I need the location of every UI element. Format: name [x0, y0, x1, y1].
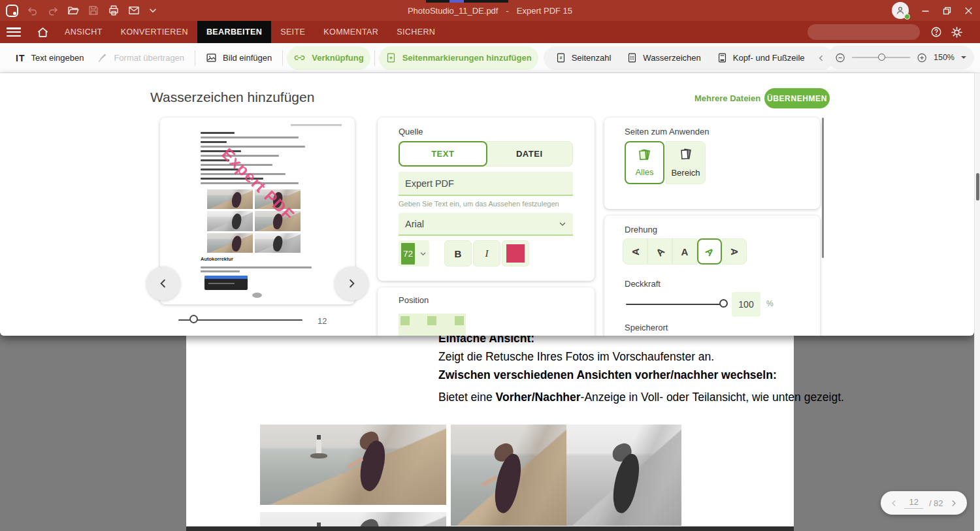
preview-screenshot-block	[204, 276, 248, 290]
minimize-button[interactable]	[921, 6, 930, 16]
vertical-scrollbar[interactable]	[974, 73, 980, 531]
rotate-minus90-button[interactable]: A	[623, 238, 647, 265]
undo-icon[interactable]	[27, 5, 39, 16]
menu-konvertieren[interactable]: KONVERTIEREN	[112, 21, 197, 43]
doc-heading: Zwischen verschiedenen Ansichten vorher/…	[438, 368, 777, 382]
preview-prev-button[interactable]	[146, 266, 180, 300]
verknuepfung-button[interactable]: Verknüpfung	[287, 46, 370, 70]
help-icon[interactable]	[930, 26, 942, 38]
search-input[interactable]	[808, 27, 919, 37]
titlebar: PhotoStudio_11_DE.pdf - Expert PDF 15	[0, 0, 980, 21]
chevron-down-icon	[559, 220, 566, 228]
prev-page-icon[interactable]	[890, 499, 898, 507]
text-eingeben-button[interactable]: IT Text eingeben	[9, 46, 90, 70]
watermark-text-input[interactable]	[399, 172, 573, 196]
close-button[interactable]	[964, 6, 973, 16]
text-icon: IT	[16, 53, 25, 63]
print-icon[interactable]	[108, 5, 120, 16]
opacity-value[interactable]: 100	[732, 292, 760, 317]
next-page-icon[interactable]	[949, 499, 958, 507]
current-page-input[interactable]: 12	[904, 497, 923, 509]
zoom-dropdown-caret[interactable]	[961, 56, 966, 59]
doc-paragraph: Bietet eine Vorher/Nachher-Anzeige in Vo…	[438, 391, 844, 404]
page-plus-icon	[385, 52, 397, 63]
speicherort-label: Speicherort	[625, 323, 668, 332]
alles-button[interactable]: Alles	[625, 141, 664, 184]
hamburger-menu-icon[interactable]	[7, 27, 21, 37]
scrollbar-thumb[interactable]	[976, 173, 979, 201]
person-icon	[895, 5, 906, 16]
position-card: Position	[378, 287, 595, 336]
save-icon[interactable]	[88, 5, 99, 16]
zoom-level[interactable]: 150%	[934, 53, 955, 62]
quelle-label: Quelle	[399, 127, 423, 137]
bild-einfuegen-button[interactable]: Bild einfügen	[199, 46, 278, 70]
rotate-minus45-button[interactable]: A	[647, 238, 672, 265]
rotate-45-button[interactable]: A	[697, 238, 722, 265]
font-size-select[interactable]: 72	[399, 240, 429, 266]
chevron-down-icon[interactable]	[148, 6, 157, 15]
position-label: Position	[399, 295, 429, 305]
chevron-left-icon	[817, 54, 826, 63]
menu-kommentar[interactable]: KOMMENTAR	[314, 21, 387, 43]
wasserzeichen-button[interactable]: Wasserzeichen	[619, 52, 708, 63]
drehung-label: Drehung	[625, 225, 657, 234]
seitenmarkierungen-button[interactable]: Seitenmarkierungen hinzufügen	[379, 46, 538, 70]
preview-next-button[interactable]	[335, 266, 368, 300]
preview-mini-heading: Autokorrektur	[201, 256, 233, 262]
page-number-icon: #	[555, 52, 566, 63]
home-icon[interactable]	[37, 26, 49, 39]
italic-button[interactable]: I	[473, 240, 500, 266]
document-photo-before	[451, 425, 566, 526]
format-uebertragen-button[interactable]: Format übertragen	[90, 46, 191, 70]
header-footer-icon	[717, 52, 728, 63]
open-file-icon[interactable]	[67, 5, 79, 16]
chevron-left-icon	[157, 278, 169, 289]
settings-gear-icon[interactable]	[951, 26, 963, 39]
rotate-90-button[interactable]: A	[722, 238, 747, 265]
redo-icon[interactable]	[47, 5, 59, 16]
edit-toolbar: IT Text eingeben Format übertragen Bild …	[0, 43, 980, 73]
rotation-group: A A A A A	[623, 238, 747, 265]
menubar: ANSICHT KONVERTIEREN BEARBEITEN SEITE KO…	[0, 21, 980, 43]
font-size-value: 72	[401, 243, 415, 265]
dialog-scrollbar[interactable]	[822, 118, 824, 258]
font-family-select[interactable]: Arial	[399, 213, 573, 236]
opacity-slider[interactable]	[626, 304, 724, 305]
kopf-fusszeile-button[interactable]: Kopf- und Fußzeile	[709, 52, 813, 63]
menu-bearbeiten[interactable]: BEARBEITEN	[197, 21, 271, 43]
document-image-band	[186, 526, 794, 531]
search-box[interactable]	[808, 24, 920, 40]
restore-button[interactable]	[942, 6, 952, 16]
svg-text:#: #	[559, 56, 562, 60]
zoom-out-icon[interactable]	[835, 52, 845, 64]
zoom-slider-knob[interactable]	[878, 54, 885, 61]
preview-header-line	[291, 124, 342, 126]
bold-button[interactable]: B	[444, 240, 472, 266]
preview-page-slider-knob[interactable]	[189, 315, 198, 323]
opacity-unit: %	[766, 299, 774, 308]
tab-text[interactable]: TEXT	[399, 141, 487, 167]
menu-ansicht[interactable]: ANSICHT	[56, 21, 112, 43]
font-color-button[interactable]	[502, 240, 529, 266]
position-grid[interactable]	[399, 314, 466, 336]
opacity-slider-knob[interactable]	[719, 299, 728, 308]
bereich-button[interactable]: Bereich	[666, 141, 706, 184]
image-icon	[206, 52, 217, 63]
user-avatar[interactable]	[892, 2, 909, 19]
zoom-in-icon[interactable]	[917, 52, 927, 64]
seitenzahl-button[interactable]: # Seitenzahl	[547, 52, 619, 63]
seiten-card: Seiten zum Anwenden Alles Bereich	[604, 118, 820, 209]
mail-icon[interactable]	[128, 5, 140, 16]
menu-sichern[interactable]: SICHERN	[387, 21, 444, 43]
mehrere-dateien-link[interactable]: Mehrere Dateien	[694, 93, 760, 103]
seiten-label: Seiten zum Anwenden	[625, 127, 709, 137]
menu-seite[interactable]: SEITE	[271, 21, 314, 43]
preview-page-number: 12	[318, 316, 327, 326]
app-name: Expert PDF 15	[517, 6, 572, 16]
chevron-right-icon	[346, 278, 357, 289]
rotate-0-button[interactable]: A	[672, 238, 697, 265]
tab-datei[interactable]: DATEI	[486, 141, 574, 167]
uebernehmen-button[interactable]: ÜBERNEHMEN	[764, 88, 830, 108]
zoom-slider[interactable]	[852, 57, 910, 58]
